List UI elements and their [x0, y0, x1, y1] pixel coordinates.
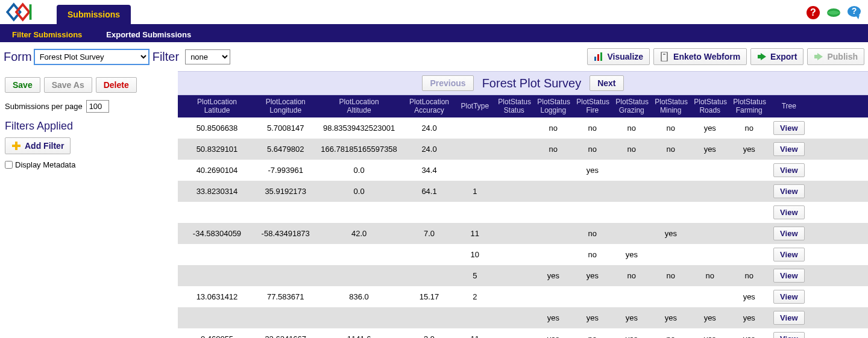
- view-button[interactable]: View: [773, 290, 804, 304]
- table-cell: [533, 286, 573, 307]
- table-cell: [651, 181, 690, 202]
- display-metadata-row[interactable]: Display Metadata: [5, 160, 173, 169]
- add-filter-button[interactable]: Add Filter: [5, 137, 71, 154]
- table-cell: [729, 181, 769, 202]
- tab-submissions[interactable]: Submissions: [57, 5, 131, 24]
- table-cell: no: [612, 117, 651, 139]
- view-button[interactable]: View: [773, 248, 804, 261]
- column-header[interactable]: PlotLocationAltitude: [315, 95, 403, 117]
- subnav-filter-submissions[interactable]: Filter Submissions: [12, 30, 82, 39]
- column-header[interactable]: PlotStatusGrazing: [612, 95, 651, 117]
- view-button[interactable]: View: [773, 142, 804, 156]
- table-cell: 836.0: [315, 286, 403, 307]
- table-cell: [809, 181, 868, 202]
- column-header[interactable]: PlotStatusMining: [651, 95, 690, 117]
- previous-button[interactable]: Previous: [422, 75, 473, 91]
- table-cell: 64.1: [403, 181, 456, 202]
- svg-rect-8: [594, 57, 596, 61]
- table-row: 40.2690104-7.9939610.034.4yesView: [178, 160, 868, 181]
- table-cell: [494, 181, 533, 202]
- view-button[interactable]: View: [773, 163, 804, 177]
- table-cell: [809, 160, 868, 181]
- filter-select[interactable]: none: [185, 49, 230, 64]
- add-filter-label: Add Filter: [25, 141, 64, 151]
- svg-rect-10: [600, 52, 602, 61]
- table-cell: 11: [455, 328, 494, 338]
- table-cell: 2: [455, 286, 494, 307]
- subnav-exported-submissions[interactable]: Exported Submissions: [106, 30, 191, 39]
- table-cell: yes: [573, 160, 612, 181]
- form-select[interactable]: Forest Plot Survey: [34, 49, 149, 64]
- table-cell: no: [651, 328, 690, 338]
- view-button[interactable]: View: [773, 205, 804, 219]
- save-as-button[interactable]: Save As: [44, 77, 92, 93]
- table-cell: yes: [690, 328, 729, 338]
- table-cell: 166.78185165597358: [315, 139, 403, 160]
- svg-marker-0: [7, 4, 20, 20]
- table-cell: yes: [690, 307, 729, 328]
- delete-button[interactable]: Delete: [96, 77, 137, 93]
- view-button[interactable]: View: [773, 184, 804, 198]
- table-cell: yes: [690, 117, 729, 139]
- table-cell: [729, 160, 769, 181]
- column-header[interactable]: PlotStatusRoads: [690, 95, 729, 117]
- view-button[interactable]: View: [773, 227, 804, 240]
- table-cell: 3.9: [403, 328, 456, 338]
- column-header[interactable]: PlotLocationAccuracy: [403, 95, 456, 117]
- column-header[interactable]: PlotStatusFarming: [729, 95, 769, 117]
- column-header[interactable]: PlotStatusLogging: [533, 95, 573, 117]
- book-icon[interactable]: [826, 5, 841, 20]
- table-cell: yes: [690, 139, 729, 160]
- table-row: 10noyesView: [178, 244, 868, 265]
- view-button[interactable]: View: [773, 269, 804, 283]
- table-row: 50.85066385.700814798.8353943252300124.0…: [178, 117, 868, 139]
- view-button[interactable]: View: [773, 311, 804, 325]
- table-cell: no: [573, 139, 612, 160]
- table-cell: [809, 202, 868, 223]
- table-row: 50.83291015.6479802166.7818516559735824.…: [178, 139, 868, 160]
- table-cell: yes: [533, 265, 573, 286]
- table-cell: [612, 160, 651, 181]
- next-button[interactable]: Next: [590, 75, 623, 91]
- chat-help-icon[interactable]: ?: [846, 5, 862, 20]
- enketo-webform-button[interactable]: Enketo Webform: [653, 48, 747, 65]
- column-header[interactable]: PlotLocationLongitude: [256, 95, 315, 117]
- view-button[interactable]: View: [773, 332, 804, 338]
- table-cell: [178, 202, 256, 223]
- column-header[interactable]: PlotType: [455, 95, 494, 117]
- table-cell: [403, 307, 456, 328]
- column-header[interactable]: PlotStatusStatus: [494, 95, 533, 117]
- table-cell: [178, 307, 256, 328]
- table-cell: [809, 286, 868, 307]
- visualize-button[interactable]: Visualize: [587, 48, 650, 65]
- display-metadata-checkbox[interactable]: [5, 161, 13, 169]
- tree-view-cell: View: [769, 307, 809, 328]
- column-header[interactable]: [809, 95, 868, 117]
- view-button[interactable]: View: [773, 121, 804, 135]
- spp-input[interactable]: [86, 100, 109, 113]
- column-header[interactable]: PlotLocationLatitude: [178, 95, 256, 117]
- export-button[interactable]: Export: [750, 48, 804, 65]
- help-icon[interactable]: ?: [805, 5, 821, 20]
- table-cell: no: [612, 139, 651, 160]
- table-cell: [256, 244, 315, 265]
- table-cell: yes: [729, 286, 769, 307]
- save-button[interactable]: Save: [5, 77, 40, 93]
- publish-button[interactable]: Publish: [807, 48, 864, 65]
- form-label: Form: [4, 50, 32, 64]
- table-cell: no: [533, 139, 573, 160]
- table-cell: [403, 202, 456, 223]
- svg-marker-6: [856, 15, 860, 19]
- table-cell: no: [533, 117, 573, 139]
- table-cell: [690, 223, 729, 244]
- main-layout: Save Save As Delete Submissions per page…: [0, 71, 868, 338]
- table-cell: 1: [455, 181, 494, 202]
- table-cell: no: [690, 265, 729, 286]
- table-row: 0.46005532.62416671141.63.911yesnoyesnoy…: [178, 328, 868, 338]
- table-cell: 98.83539432523001: [315, 117, 403, 139]
- table-cell: 34.4: [403, 160, 456, 181]
- column-header[interactable]: PlotStatusFire: [573, 95, 612, 117]
- table-cell: [403, 265, 456, 286]
- column-header[interactable]: Tree: [769, 95, 809, 117]
- left-panel: Save Save As Delete Submissions per page…: [0, 71, 178, 175]
